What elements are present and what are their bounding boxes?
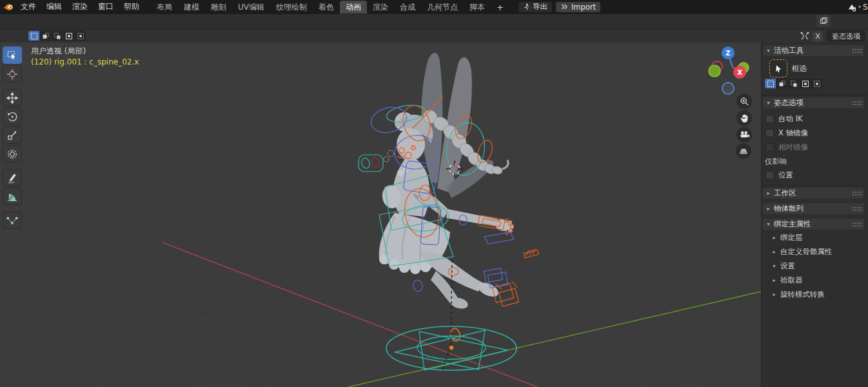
pan-hand-button[interactable] xyxy=(736,110,752,126)
tool-move[interactable] xyxy=(3,89,22,106)
select-mode-set[interactable] xyxy=(28,31,39,41)
subpanel-custom-bone-properties[interactable]: ▸ 自定义骨骼属性 xyxy=(771,246,833,257)
rig-controls-blue[interactable] xyxy=(368,104,514,292)
tool-pose-breakdowner[interactable] xyxy=(3,212,22,229)
scene-name-clipped[interactable]: S xyxy=(863,3,868,12)
tab-sculpting[interactable]: 雕刻 xyxy=(205,1,232,14)
x-axis-line xyxy=(163,243,537,387)
location-label: 位置 xyxy=(778,170,793,180)
panel-active-tool[interactable]: ▾ 活动工具 xyxy=(763,45,864,56)
panel-pose-options[interactable]: ▾ 姿态选项 xyxy=(763,97,864,108)
subpanel-rig-layers[interactable]: ▸ 绑定层 xyxy=(771,232,803,243)
drag-handle-icon[interactable] xyxy=(852,206,862,211)
select-mode-intersect[interactable] xyxy=(811,79,822,88)
blender-logo-icon xyxy=(3,2,14,12)
x-mirror-checkbox[interactable] xyxy=(765,129,774,137)
subpanel-picker[interactable]: ▸ 拾取器 xyxy=(771,275,803,285)
auto-ik-checkbox[interactable] xyxy=(765,115,774,123)
tool-box-select[interactable] xyxy=(3,46,22,64)
panel-divider xyxy=(762,185,867,186)
sidebar-select-mode-group xyxy=(765,79,822,88)
tab-shading[interactable]: 着色 xyxy=(313,1,340,14)
select-mode-extend[interactable] xyxy=(40,31,51,41)
panel-rig-main-title: 绑定主属性 xyxy=(774,219,811,229)
drag-handle-icon[interactable] xyxy=(852,101,862,105)
menu-render[interactable]: 渲染 xyxy=(67,0,93,14)
menu-help[interactable]: 帮助 xyxy=(119,0,144,14)
chevron-right-icon: ▸ xyxy=(765,206,771,212)
tool-rotate[interactable] xyxy=(3,108,22,125)
rig-controls-face-selected[interactable] xyxy=(384,146,415,162)
panel-workspace[interactable]: ▸ 工作区 xyxy=(763,188,864,199)
rig-controls-orange[interactable] xyxy=(399,97,538,342)
tab-geometry-nodes[interactable]: 几何节点 xyxy=(421,1,464,14)
select-mode-set[interactable] xyxy=(765,79,776,88)
menu-edit[interactable]: 编辑 xyxy=(41,0,67,14)
tool-transform[interactable] xyxy=(3,145,22,163)
xray-toggle[interactable] xyxy=(816,15,831,27)
subpanel-rotation-mode-convert[interactable]: ▸ 旋转模式转换 xyxy=(771,289,825,299)
orthographic-toggle-button[interactable] xyxy=(736,143,751,159)
drag-handle-icon[interactable] xyxy=(852,48,862,53)
panel-object-scatter[interactable]: ▸ 物体散列 xyxy=(763,203,864,214)
auto-ik-label: 自动 IK xyxy=(778,114,803,124)
mirror-x-toggle[interactable]: X xyxy=(813,31,823,41)
select-mode-subtract[interactable] xyxy=(788,79,799,88)
add-workspace-button[interactable]: + xyxy=(491,1,509,14)
import-button[interactable]: Import xyxy=(556,2,600,12)
tab-animation[interactable]: 动画 xyxy=(340,1,367,14)
double-chevron-icon xyxy=(560,3,569,10)
panel-rig-main-properties[interactable]: ▾ 绑定主属性 xyxy=(763,219,864,230)
menu-window[interactable]: 窗口 xyxy=(93,0,119,14)
tool-cursor[interactable] xyxy=(3,65,22,83)
select-mode-intersect[interactable] xyxy=(75,31,86,41)
tab-compositing[interactable]: 合成 xyxy=(394,1,421,14)
bone-relationship-line xyxy=(442,260,452,370)
relative-mirror-label: 相对镜像 xyxy=(778,143,808,152)
export-button[interactable]: 导出 xyxy=(518,2,552,12)
menu-file[interactable]: 文件 xyxy=(15,0,41,14)
tab-modeling[interactable]: 建模 xyxy=(178,1,205,14)
tool-scale[interactable] xyxy=(3,126,22,144)
tool-measure[interactable] xyxy=(3,188,22,205)
select-mode-invert[interactable] xyxy=(63,31,74,41)
panel-object-scatter-title: 物体散列 xyxy=(774,204,804,213)
affect-only-label: 仅影响 xyxy=(765,157,787,166)
chevron-down-icon: ▾ xyxy=(765,100,771,106)
floor-grid xyxy=(0,240,761,387)
active-tool-icon-box-select[interactable] xyxy=(769,59,787,77)
chevron-right-icon: ▸ xyxy=(771,235,777,241)
mirror-x-label: X xyxy=(815,32,820,41)
drag-handle-icon[interactable] xyxy=(852,191,862,195)
subpanel-custom-bone-properties-label: 自定义骨骼属性 xyxy=(780,247,833,257)
rig-controls-teal[interactable] xyxy=(359,103,488,266)
tab-texture-paint[interactable]: 纹理绘制 xyxy=(270,1,313,14)
scene-icon xyxy=(847,3,856,12)
select-mode-extend[interactable] xyxy=(776,79,787,88)
subpanel-rotation-mode-convert-label: 旋转模式转换 xyxy=(780,290,825,299)
camera-view-button[interactable] xyxy=(736,127,752,143)
subpanel-settings[interactable]: ▾ 设置 xyxy=(771,261,795,271)
rig-control-jaw[interactable] xyxy=(371,157,380,168)
location-checkbox[interactable] xyxy=(765,171,774,179)
import-label: Import xyxy=(571,3,596,12)
panel-workspace-title: 工作区 xyxy=(774,188,796,198)
root-control[interactable] xyxy=(386,326,517,370)
cursor-3d xyxy=(446,161,463,177)
x-mirror-row: X 轴镜像 xyxy=(765,128,808,138)
y-axis-line xyxy=(348,292,761,387)
relative-mirror-checkbox[interactable] xyxy=(765,143,774,152)
zoom-button[interactable] xyxy=(736,94,752,109)
tool-annotate[interactable] xyxy=(3,169,22,186)
drag-handle-icon[interactable] xyxy=(852,222,862,226)
tab-uv-editing[interactable]: UV编辑 xyxy=(232,1,270,14)
select-mode-invert[interactable] xyxy=(800,79,811,88)
tab-layout[interactable]: 布局 xyxy=(151,1,178,14)
sidebar-tab-pose-options[interactable]: 姿态选项 xyxy=(827,30,865,42)
tab-rendering[interactable]: 渲染 xyxy=(367,1,394,14)
armature-mirror-icon xyxy=(800,31,810,41)
select-mode-subtract[interactable] xyxy=(52,31,63,41)
tab-scripting[interactable]: 脚本 xyxy=(464,1,491,14)
chevron-right-icon: ▸ xyxy=(771,277,777,283)
subpanel-rig-layers-label: 绑定层 xyxy=(780,233,803,243)
